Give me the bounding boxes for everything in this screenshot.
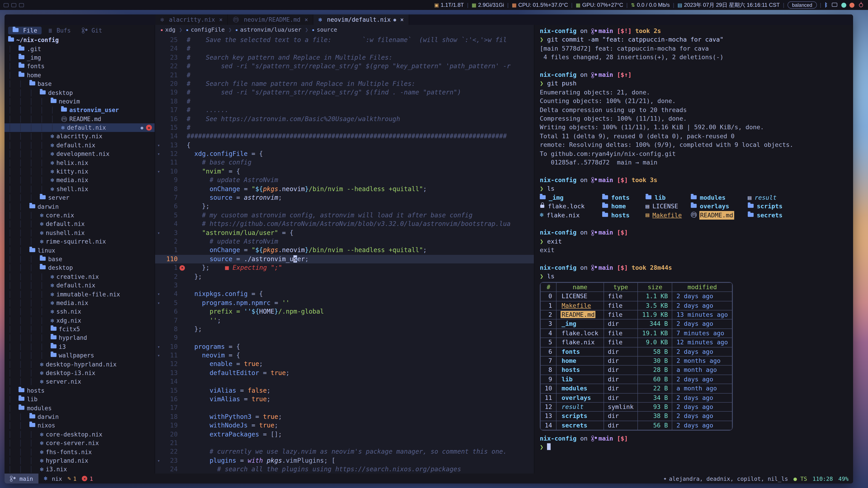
power-tray-icon[interactable] [859,3,863,7]
code-line[interactable]: 17# ...... [155,106,534,115]
code-line[interactable]: ▾10 "nvim" = { [155,167,534,176]
code-line[interactable]: 110 source = ./astronvim_user; [155,255,534,264]
code-line[interactable]: ▾5 programs.npm.npmrc = '' [155,298,534,307]
code-line[interactable]: 9 # update AstroNvim [155,176,534,185]
code-line[interactable]: 15# [155,123,534,132]
tab-alacritty.nix[interactable]: alacritty.nix× [156,14,228,25]
tree-item[interactable]: │ │ │ │ │ default.nix●× [4,123,155,132]
code-line[interactable]: 16 vimAlias = true; [155,395,534,404]
code-line[interactable]: 22 # currently we use lazy.nvim as neovi… [155,448,534,456]
tree-item[interactable]: │ │ │ core-server.nix [4,439,155,448]
tree-item[interactable]: │ │ darwin [4,202,155,211]
fold-icon[interactable]: ▾ [155,228,162,237]
code-line[interactable]: 2 # update AstroNvim [155,237,534,246]
code-line[interactable]: 1 onChange = "${pkgs.neovim}/bin/nvim --… [155,246,534,255]
code-line[interactable]: 11 # base config [155,158,534,167]
code-line[interactable]: 21 [155,439,534,448]
code-line[interactable]: 1× };■ Expecting ";" [155,263,534,272]
tree-item[interactable]: │ │ │ │ kitty.nix [4,167,155,176]
code-line[interactable]: 8 onChange = "${pkgs.neovim}/bin/nvim --… [155,185,534,193]
code-line[interactable]: 7 source = astronvim; [155,193,534,202]
code-lines[interactable]: 25# Save the selected text to a file: `:… [155,34,534,474]
tree-item[interactable]: │ │ │ core.nix [4,211,155,220]
tree-item[interactable]: │ │ │ │ ssh.nix [4,307,155,316]
dot-tray-icon[interactable] [841,2,846,7]
close-tab-button[interactable]: × [305,16,308,23]
tree-item[interactable]: │ │ darwin [4,413,155,421]
code-line[interactable]: 6 prefix = ''${HOME}/.npm-global [155,307,534,316]
tree-item[interactable]: │ │ │ │ │ astronvim_user [4,106,155,115]
tree-item[interactable]: │ │ │ desktop-i3.nix [4,369,155,378]
code-line[interactable]: 17 [155,404,534,413]
statusbar-git-branch[interactable]: main [4,474,38,484]
close-tab-button[interactable]: × [219,16,223,23]
code-line[interactable]: 22# sed -ri "s/pattern_str/replace_str/g… [155,62,534,71]
code-line[interactable]: 14######################################… [155,132,534,141]
code-line[interactable]: 4 # https://github.com/AstroNvim/AstroNv… [155,220,534,228]
code-line[interactable]: 2 }; [155,272,534,281]
breadcrumb-item[interactable]: ▪astronvim/lua/user [236,26,302,33]
tree-item[interactable]: │ │ │ │ wallpapers [4,351,155,360]
code-line[interactable]: 13 defaultEditor = true; [155,369,534,378]
code-line[interactable]: ▾12 xdg.configFile = { [155,150,534,158]
tree-item[interactable]: │ home [4,71,155,79]
tab-neovim/README.md[interactable]: neovim/README.md× [228,14,313,25]
tree-item[interactable]: │ │ │ │ neovim [4,97,155,106]
tree-item[interactable]: │ │ │ core-desktop.nix [4,430,155,439]
fold-icon[interactable]: ▾ [155,342,162,351]
tree-item[interactable]: │ │ │ │ i3 [4,342,155,351]
code-line[interactable]: ▾23 plugins = with pkgs.vimPlugins; [ [155,456,534,465]
fold-icon[interactable]: ▾ [155,298,162,307]
tree-item[interactable]: │ hosts [4,386,155,395]
dot-tray-icon[interactable] [849,2,855,7]
tree-item[interactable]: │ │ │ │ │ README.md [4,115,155,123]
tree-item[interactable]: │ │ │ nushell.nix [4,228,155,237]
tree-item[interactable]: │ lib [4,395,155,404]
tree-item[interactable]: │ │ │ rime-squirrel.nix [4,237,155,246]
code-line[interactable]: 19 withNodeJs = true; [155,421,534,430]
tree-item[interactable]: │ │ nixos [4,421,155,430]
window-icon[interactable] [4,3,8,7]
code-line[interactable]: 24# [155,44,534,53]
code-line[interactable]: 19# sed -ri "s/pattern_str/replace_str/g… [155,88,534,97]
window-icon[interactable] [11,3,16,7]
tree-item[interactable]: │ │ │ desktop [4,263,155,272]
neotree-tab-bufs[interactable]: Bufs [44,26,75,34]
neotree-tab-file[interactable]: File [8,26,42,34]
close-tab-button[interactable]: × [400,16,404,23]
tree-item[interactable]: │ │ │ base [4,255,155,264]
code-line[interactable]: 5 # my cusotom astronvim config, astronv… [155,211,534,220]
tree-item[interactable]: │ │ │ │ fcitx5 [4,325,155,334]
code-line[interactable]: ▾10 programs = { [155,342,534,351]
code-line[interactable]: 8 }; [155,325,534,334]
code-line[interactable]: 14 [155,377,534,386]
code-line[interactable]: 15 viAlias = false; [155,386,534,395]
tree-item[interactable]: │ │ │ │ development.nix [4,150,155,158]
fold-icon[interactable]: ▾ [155,290,162,299]
fold-icon[interactable]: ▾ [155,167,162,176]
code-line[interactable]: ▾11 neovim = { [155,351,534,360]
tree-item[interactable]: │ │ │ │ xdg.nix [4,316,155,325]
tree-item[interactable]: │ │ base [4,79,155,88]
tree-item[interactable]: │ │ │ │ creative.nix [4,272,155,281]
tree-item[interactable]: │ _img [4,53,155,62]
tree-item[interactable]: │ .git [4,44,155,53]
tree-item[interactable]: │ │ │ server.nix [4,377,155,386]
neotree-tab-git[interactable]: Git [78,26,107,34]
code-line[interactable]: 20 extraPackages = []; [155,430,534,439]
code-line[interactable]: ▾3 "astronvim/lua/user" = { [155,228,534,237]
code-line[interactable]: 18 withPython3 = true; [155,413,534,421]
tree-item[interactable]: │ │ │ │ media.nix [4,298,155,307]
tree-item[interactable]: │ │ │ │ default.nix [4,141,155,150]
code-line[interactable]: 16# See https://astronvim.com/Basic%20Us… [155,115,534,123]
tree-item[interactable]: │ fonts [4,62,155,71]
code-line[interactable]: 24 # search all the plugins using https:… [155,465,534,474]
breadcrumb-item[interactable]: ▪xdg [160,26,176,33]
tree-item[interactable]: │ │ │ i3.nix [4,465,155,474]
fold-icon[interactable]: ▾ [155,141,162,150]
code-line[interactable]: ▾4 nixpkgs.config = { [155,290,534,299]
tree-item[interactable]: │ │ │ │ immutable-file.nix [4,290,155,299]
tree-item[interactable]: │ │ │ fhs-fonts.nix [4,448,155,456]
disp-tray-icon[interactable] [832,3,837,7]
terminal-panel[interactable]: nix-config on main [$!] took 2s❯ git com… [534,25,853,474]
